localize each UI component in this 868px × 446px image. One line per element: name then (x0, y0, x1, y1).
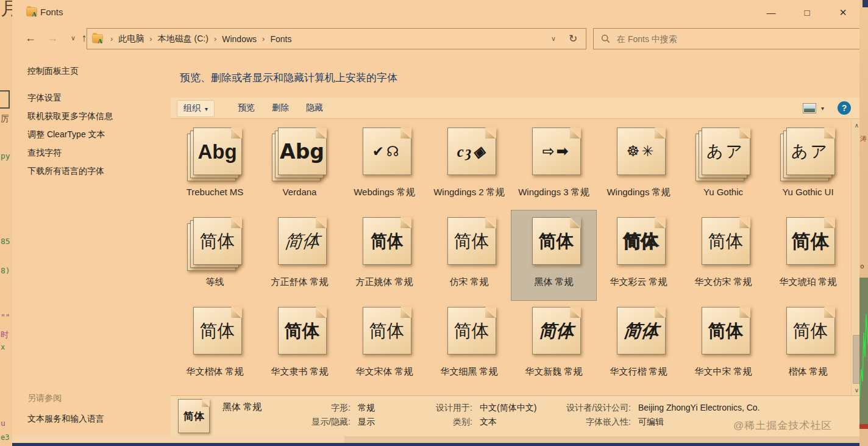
refresh-button[interactable]: ↻ (560, 28, 586, 49)
forward-button[interactable]: → (44, 29, 61, 46)
page-icon: ☸✳ (617, 128, 666, 175)
help-button[interactable]: ? (838, 101, 851, 115)
font-item[interactable]: Abg Verdana (257, 121, 342, 210)
page-icon: 简体 (786, 307, 835, 354)
address-folder-icon: A (93, 35, 102, 43)
sidebar-task-list: 字体设置 联机获取更多字体信息 调整 ClearType 文本 查找字符 下载所… (27, 93, 113, 184)
page-icon: 简体 (617, 217, 666, 265)
font-item[interactable]: cȝ◈ Wingdings 2 常规 (427, 121, 511, 210)
font-item[interactable]: 简体 华文隶书 常规 (257, 300, 342, 390)
font-item[interactable]: 简体 楷体 常规 (766, 300, 850, 390)
font-file-icon: cȝ◈ (441, 128, 497, 184)
font-name-label: 楷体 常规 (788, 365, 827, 377)
font-file-icon: ☸✳ (611, 128, 667, 184)
details-group-designer: 设计者/设计公司: Beijing ZhongYi Electronics, C… (524, 401, 760, 429)
font-name-label: 华文彩云 常规 (610, 276, 667, 287)
sidebar: 控制面板主页 字体设置 联机获取更多字体信息 调整 ClearType 文本 查… (12, 51, 171, 436)
background-text-fragment: 月 (1, 0, 13, 21)
font-item[interactable]: あア Yu Gothic (681, 121, 766, 210)
font-item[interactable]: 简体 方正姚体 常规 (342, 210, 427, 300)
breadcrumb-item[interactable]: 本地磁盘 (C:) (158, 34, 208, 45)
breadcrumb-separator-icon: › (208, 34, 222, 43)
font-name-label: 华文新魏 常规 (525, 365, 582, 377)
details-row: 类别: 文本 (390, 415, 536, 429)
font-file-icon: あア (780, 128, 836, 184)
font-file-icon: ✔☊ (357, 128, 413, 184)
font-name-label: Wingdings 3 常规 (518, 186, 589, 198)
font-name-label: 华文中宋 常规 (694, 365, 752, 377)
back-button[interactable]: ← (22, 29, 39, 46)
breadcrumb-item[interactable]: Windows (222, 34, 257, 44)
font-preview-glyph: 简体 (708, 322, 744, 340)
font-preview-glyph: cȝ◈ (457, 144, 486, 159)
font-name-label: 华文宋体 常规 (355, 365, 413, 377)
breadcrumb-item[interactable]: 此电脑 (118, 34, 144, 45)
titlebar[interactable]: A Fonts — □ × (12, 0, 859, 24)
font-item[interactable]: 简体 华文琥珀 常规 (766, 210, 850, 300)
font-item[interactable]: あア Yu Gothic UI (766, 121, 850, 210)
address-bar[interactable]: A › 此电脑 › 本地磁盘 (C:) › Windows › Fonts (87, 28, 562, 49)
toolbar-right: ▾ ? (803, 98, 851, 118)
font-item[interactable]: ⇨➡ Wingdings 3 常规 (511, 121, 596, 210)
navigation-bar: ← → ∨ ↑ A › 此电脑 › 本地磁盘 (C:) › Wi (12, 24, 859, 51)
details-value: 常规 (358, 401, 375, 415)
font-item[interactable]: 简体 黑体 常规 (511, 210, 596, 300)
page-icon: Abg (278, 128, 327, 175)
font-item[interactable]: 简体 仿宋 常规 (427, 210, 511, 300)
page-icon: 简体 (178, 399, 210, 433)
details-value: Beijing ZhongYi Electronics, Co. (638, 401, 760, 415)
font-item[interactable]: 简体 等线 (173, 210, 257, 300)
background-text-fragment: o (860, 262, 864, 270)
font-item[interactable]: ☸✳ Wingdings 常规 (596, 121, 681, 210)
font-preview-glyph: Abg (197, 142, 237, 162)
breadcrumb-separator-icon: › (144, 34, 157, 43)
sidebar-task-link[interactable]: 查找字符 (27, 148, 113, 166)
font-item[interactable]: 简体 华文新魏 常规 (511, 300, 596, 390)
search-box[interactable] (593, 28, 861, 49)
font-item[interactable]: 简体 华文中宋 常规 (681, 300, 766, 390)
sidebar-task-link[interactable]: 联机获取更多字体信息 (27, 111, 113, 129)
font-file-icon: 简体 (780, 217, 836, 273)
change-view-button[interactable]: ▾ (803, 103, 824, 113)
sidebar-see-also-link[interactable]: 文本服务和输入语言 (27, 414, 104, 432)
bottom-edge-strip (12, 436, 859, 446)
toolbar-command[interactable]: 预览 (229, 103, 263, 113)
font-item[interactable]: ✔☊ Webdings 常规 (342, 121, 427, 210)
font-item[interactable]: 简体 华文宋体 常规 (342, 300, 427, 390)
background-text-fragment: 涛 (860, 134, 867, 143)
search-input[interactable] (616, 34, 850, 45)
page-icon: 简体 (363, 217, 411, 265)
breadcrumb-item[interactable]: Fonts (270, 34, 291, 44)
sidebar-task-link[interactable]: 调整 ClearType 文本 (27, 129, 113, 148)
font-preview-glyph: 简体 (200, 322, 235, 340)
details-row: 设计者/设计公司: Beijing ZhongYi Electronics, C… (524, 401, 760, 415)
font-item[interactable]: 简体 华文行楷 常规 (596, 300, 681, 390)
minimize-button[interactable]: — (757, 0, 785, 24)
sidebar-task-link[interactable]: 字体设置 (27, 93, 113, 111)
font-preview-glyph: あア (706, 143, 745, 160)
page-icon: Abg (193, 128, 242, 175)
close-button[interactable]: × (829, 0, 857, 24)
left-edge-strip: 月厉py858)""时xue3 (0, 0, 13, 446)
font-preview-glyph: 简体 (539, 322, 574, 340)
font-item[interactable]: Abg Trebuchet MS (173, 121, 257, 210)
organize-button[interactable]: 组织 ▾ (177, 100, 215, 117)
font-item[interactable]: 简体 方正舒体 常规 (257, 210, 342, 300)
page-icon: 简体 (532, 217, 581, 265)
font-preview-glyph: 简体 (792, 232, 830, 251)
font-file-icon: 简体 (441, 307, 497, 363)
font-preview-glyph: 简体 (283, 231, 321, 250)
toolbar-command[interactable]: 删除 (263, 103, 297, 113)
details-row: 设计用于: 中文(简体中文) (390, 401, 536, 415)
font-item[interactable]: 简体 华文细黑 常规 (427, 300, 511, 390)
background-text-fragment: u (1, 419, 5, 428)
font-item[interactable]: 简体 华文仿宋 常规 (681, 210, 766, 300)
details-label: 设计用于: (390, 401, 472, 415)
font-item[interactable]: 简体 华文楷体 常规 (173, 300, 257, 390)
font-item[interactable]: 简体 华文彩云 常规 (596, 210, 681, 300)
maximize-button[interactable]: □ (793, 0, 821, 24)
toolbar-command[interactable]: 隐藏 (297, 103, 332, 113)
address-dropdown-icon[interactable]: ∨ (551, 35, 556, 43)
sidebar-task-link[interactable]: 下载所有语言的字体 (27, 166, 113, 184)
sidebar-item-control-panel-home[interactable]: 控制面板主页 (27, 66, 79, 77)
